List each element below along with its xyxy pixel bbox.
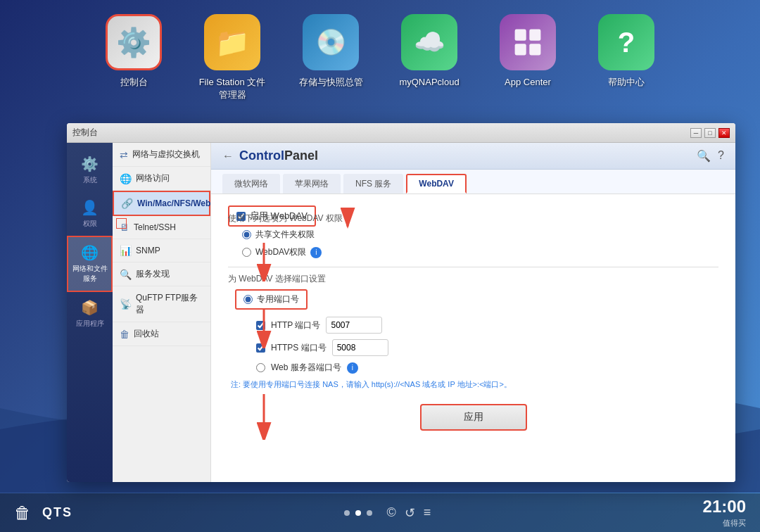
webdav-permissions-info-icon[interactable]: i	[310, 247, 322, 258]
sidebar-item-permissions[interactable]: 👤 权限	[67, 192, 113, 236]
taskbar-left: 🗑 QTS	[14, 503, 72, 523]
close-button[interactable]: ✕	[718, 128, 730, 138]
page-dot-1[interactable]	[344, 510, 350, 516]
desktop-icon-app-center[interactable]: App Center	[493, 14, 563, 89]
sidebar2-win-mac-nfs[interactable]: 🔗 Win/Mac/NFS/WebDAV	[113, 191, 210, 216]
sidebar2-network-access-label: 网络访问	[136, 172, 170, 184]
svg-rect-1	[529, 30, 540, 41]
recycle-icon: 🗑	[120, 329, 129, 340]
system-icon: ⚙️	[81, 156, 99, 172]
svg-rect-3	[529, 44, 540, 55]
sidebar2-network-switch[interactable]: ⇄ 网络与虚拟交换机	[113, 143, 210, 167]
apps-icon: 📦	[81, 299, 99, 316]
sidebar-item-network[interactable]: 🌐 网络和文件服务	[67, 236, 113, 292]
main-content: ← ControlPanel 🔍 ? 微软网络 苹果网络 NFS 服务 WebD…	[211, 143, 735, 482]
tab-nfs[interactable]: NFS 服务	[343, 174, 403, 194]
help-icon-wrapper: ?	[598, 14, 654, 70]
telnet-icon: 🖥	[120, 222, 129, 233]
sidebar-item-system[interactable]: ⚙️ 系统	[67, 148, 113, 192]
shared-folder-radio-label[interactable]: 共享文件夹权限	[242, 229, 718, 241]
qts-logo: QTS	[42, 505, 72, 520]
desktop-icon-help[interactable]: ? 帮助中心	[591, 14, 661, 89]
taskbar-center: © ↺ ≡	[344, 505, 431, 521]
app-center-icon-wrapper	[500, 14, 556, 70]
tab-apple[interactable]: 苹果网络	[283, 174, 341, 194]
main-sidebar: ⚙️ 系统 👤 权限 🌐 网络和文件服务 📦 应用程序	[67, 143, 113, 482]
shared-folder-label: 共享文件夹权限	[255, 229, 315, 241]
desktop-icon-file-station[interactable]: 📁 File Station 文件管理器	[197, 14, 267, 101]
trash-icon: 🗑	[14, 503, 31, 523]
dedicated-port-container: 专用端口号	[235, 289, 308, 310]
menu-icon[interactable]: ≡	[424, 505, 431, 521]
http-port-input[interactable]	[326, 317, 382, 334]
taskbar-right: 21:00 值得买	[703, 497, 746, 528]
desktop-icons-bar: ⚙️ 控制台 📁 File Station 文件管理器 💿 存储与快照总管 ☁️…	[0, 0, 760, 115]
tab-webdav[interactable]: WebDAV	[406, 174, 467, 194]
sidebar2-telnet-ssh[interactable]: 🖥 Telnet/SSH	[113, 216, 210, 239]
apply-button[interactable]: 应用	[420, 404, 527, 431]
trash-icon-container[interactable]: 🗑	[14, 503, 31, 523]
https-port-checkbox[interactable]	[256, 343, 265, 353]
maximize-button[interactable]: □	[704, 128, 716, 138]
sidebar-network-label: 网络和文件服务	[72, 264, 108, 284]
myqnap-label: myQNAPcloud	[399, 76, 459, 89]
control-panel-window: 控制台 ─ □ ✕ ⚙️ 系统 👤 权限 🌐 网络和文件服务 📦 应用程	[67, 123, 735, 482]
sidebar2-network-access[interactable]: 🌐 网络访问	[113, 167, 210, 191]
help-label: 帮助中心	[608, 76, 645, 89]
desktop-icon-storage[interactable]: 💿 存储与快照总管	[296, 14, 366, 89]
http-port-row: HTTP 端口号	[256, 317, 718, 334]
win-mac-icon: 🔗	[121, 198, 133, 209]
network-access-icon: 🌐	[120, 173, 132, 184]
network-icon: 🌐	[81, 244, 99, 261]
sidebar2-service-discovery-label: 服务发现	[136, 268, 170, 280]
web-server-port-radio[interactable]	[256, 363, 265, 372]
help-button[interactable]: ?	[718, 149, 724, 163]
web-server-port-row: Web 服务器端口号 i	[256, 362, 718, 374]
page-dot-3[interactable]	[367, 510, 372, 516]
sidebar2-recycle[interactable]: 🗑 回收站	[113, 322, 210, 346]
permission-section-title: 使用下列选项为 WebDAV 权限	[228, 213, 718, 224]
sidebar2-quftp-label: QuFTP FTP服务器	[136, 292, 203, 316]
quftp-icon: 📡	[120, 298, 132, 310]
search-button[interactable]: 🔍	[697, 149, 711, 163]
sidebar2-telnet-label: Telnet/SSH	[134, 222, 176, 232]
control-panel-label: 控制台	[120, 76, 148, 89]
http-port-label: HTTP 端口号	[271, 319, 320, 331]
svg-rect-2	[515, 44, 526, 55]
webdav-permissions-radio[interactable]	[242, 248, 251, 257]
apply-button-wrapper: 应用	[228, 404, 718, 431]
sidebar2-quftp[interactable]: 📡 QuFTP FTP服务器	[113, 286, 210, 322]
http-port-checkbox[interactable]	[256, 321, 265, 330]
permission-radio-group: 共享文件夹权限 WebDAV权限 i	[242, 229, 718, 258]
taskbar: 🗑 QTS © ↺ ≡ 21:00 值得买	[0, 493, 760, 532]
sidebar-item-apps[interactable]: 📦 应用程序	[67, 292, 113, 336]
app-center-label: App Center	[505, 76, 551, 89]
webdav-settings-panel: 启用 WebDAV 使用下列选项为 WebDAV 权限 共享文件夹权限	[211, 194, 735, 482]
desktop-icon-control-panel[interactable]: ⚙️ 控制台	[99, 14, 169, 89]
dedicated-port-radio[interactable]	[243, 295, 253, 304]
header-actions: 🔍 ?	[697, 149, 724, 163]
clock: 21:00	[703, 497, 746, 517]
https-port-label: HTTPS 端口号	[271, 342, 327, 354]
cp-header: ← ControlPanel 🔍 ?	[211, 143, 735, 170]
webdav-permissions-radio-label[interactable]: WebDAV权限 i	[242, 246, 718, 258]
https-port-input[interactable]	[332, 339, 388, 356]
taskbar-icons: © ↺ ≡	[386, 505, 431, 521]
control-panel-icon-wrapper: ⚙️	[106, 14, 162, 70]
svg-rect-0	[515, 30, 526, 41]
sidebar2-snmp[interactable]: 📊 SNMP	[113, 239, 210, 262]
refresh-icon[interactable]: ↺	[405, 505, 415, 521]
minimize-button[interactable]: ─	[690, 128, 702, 138]
sidebar2-snmp-label: SNMP	[136, 246, 160, 255]
dedicated-port-label: 专用端口号	[257, 293, 299, 305]
pagination-dots	[344, 510, 372, 516]
sidebar2-service-discovery[interactable]: 🔍 服务发现	[113, 262, 210, 286]
connection-note: 注: 要使用专用端口号连接 NAS，请输入 http(s)://<NAS 域名或…	[231, 379, 718, 390]
desktop-icon-myqnapcloud[interactable]: ☁️ myQNAPcloud	[394, 14, 464, 89]
page-dot-2[interactable]	[355, 510, 361, 516]
file-station-label: File Station 文件管理器	[199, 76, 266, 101]
shared-folder-radio[interactable]	[242, 230, 251, 239]
tab-microsoft[interactable]: 微软网络	[222, 174, 280, 194]
web-server-port-info-icon[interactable]: i	[347, 362, 358, 374]
back-button[interactable]: ←	[222, 150, 234, 163]
